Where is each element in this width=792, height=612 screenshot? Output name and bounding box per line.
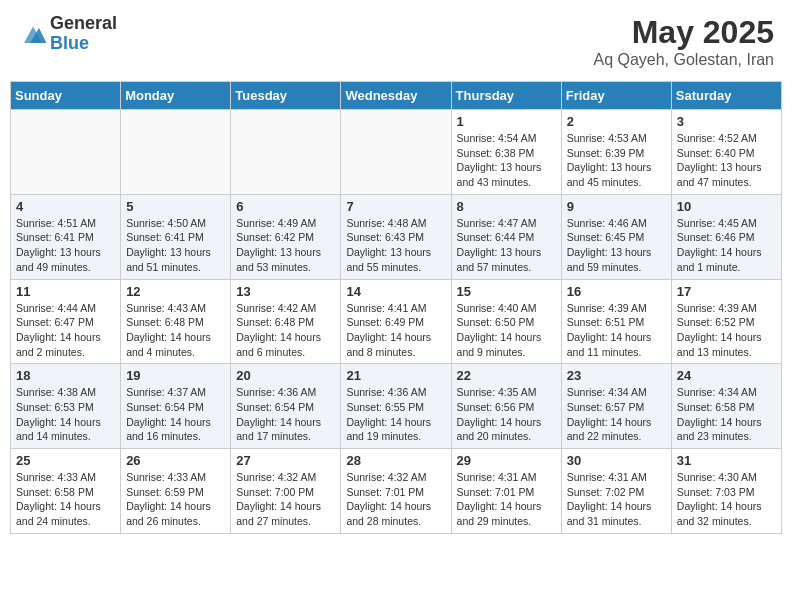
day-number: 2 bbox=[567, 114, 666, 129]
calendar-week-4: 18Sunrise: 4:38 AMSunset: 6:53 PMDayligh… bbox=[11, 364, 782, 449]
calendar-cell bbox=[341, 110, 451, 195]
day-info: Sunrise: 4:31 AMSunset: 7:02 PMDaylight:… bbox=[567, 470, 666, 529]
day-info: Sunrise: 4:45 AMSunset: 6:46 PMDaylight:… bbox=[677, 216, 776, 275]
calendar-cell: 29Sunrise: 4:31 AMSunset: 7:01 PMDayligh… bbox=[451, 449, 561, 534]
day-info: Sunrise: 4:49 AMSunset: 6:42 PMDaylight:… bbox=[236, 216, 335, 275]
day-number: 30 bbox=[567, 453, 666, 468]
calendar-cell bbox=[121, 110, 231, 195]
calendar-cell: 9Sunrise: 4:46 AMSunset: 6:45 PMDaylight… bbox=[561, 194, 671, 279]
calendar-cell: 25Sunrise: 4:33 AMSunset: 6:58 PMDayligh… bbox=[11, 449, 121, 534]
page-header: General Blue May 2025 Aq Qayeh, Golestan… bbox=[10, 10, 782, 73]
calendar-cell: 6Sunrise: 4:49 AMSunset: 6:42 PMDaylight… bbox=[231, 194, 341, 279]
calendar-cell: 15Sunrise: 4:40 AMSunset: 6:50 PMDayligh… bbox=[451, 279, 561, 364]
weekday-header-friday: Friday bbox=[561, 82, 671, 110]
day-info: Sunrise: 4:39 AMSunset: 6:51 PMDaylight:… bbox=[567, 301, 666, 360]
calendar-cell bbox=[11, 110, 121, 195]
day-info: Sunrise: 4:43 AMSunset: 6:48 PMDaylight:… bbox=[126, 301, 225, 360]
calendar-cell: 8Sunrise: 4:47 AMSunset: 6:44 PMDaylight… bbox=[451, 194, 561, 279]
calendar-cell: 22Sunrise: 4:35 AMSunset: 6:56 PMDayligh… bbox=[451, 364, 561, 449]
day-number: 27 bbox=[236, 453, 335, 468]
day-number: 22 bbox=[457, 368, 556, 383]
calendar-cell: 11Sunrise: 4:44 AMSunset: 6:47 PMDayligh… bbox=[11, 279, 121, 364]
day-info: Sunrise: 4:51 AMSunset: 6:41 PMDaylight:… bbox=[16, 216, 115, 275]
day-number: 26 bbox=[126, 453, 225, 468]
day-number: 15 bbox=[457, 284, 556, 299]
calendar-cell: 18Sunrise: 4:38 AMSunset: 6:53 PMDayligh… bbox=[11, 364, 121, 449]
day-number: 17 bbox=[677, 284, 776, 299]
day-info: Sunrise: 4:40 AMSunset: 6:50 PMDaylight:… bbox=[457, 301, 556, 360]
day-info: Sunrise: 4:41 AMSunset: 6:49 PMDaylight:… bbox=[346, 301, 445, 360]
calendar-cell: 3Sunrise: 4:52 AMSunset: 6:40 PMDaylight… bbox=[671, 110, 781, 195]
calendar-cell: 28Sunrise: 4:32 AMSunset: 7:01 PMDayligh… bbox=[341, 449, 451, 534]
day-number: 12 bbox=[126, 284, 225, 299]
calendar-table: SundayMondayTuesdayWednesdayThursdayFrid… bbox=[10, 81, 782, 534]
calendar-cell: 10Sunrise: 4:45 AMSunset: 6:46 PMDayligh… bbox=[671, 194, 781, 279]
day-number: 14 bbox=[346, 284, 445, 299]
day-number: 1 bbox=[457, 114, 556, 129]
calendar-week-1: 1Sunrise: 4:54 AMSunset: 6:38 PMDaylight… bbox=[11, 110, 782, 195]
calendar-cell: 30Sunrise: 4:31 AMSunset: 7:02 PMDayligh… bbox=[561, 449, 671, 534]
day-info: Sunrise: 4:53 AMSunset: 6:39 PMDaylight:… bbox=[567, 131, 666, 190]
day-info: Sunrise: 4:39 AMSunset: 6:52 PMDaylight:… bbox=[677, 301, 776, 360]
calendar-cell: 20Sunrise: 4:36 AMSunset: 6:54 PMDayligh… bbox=[231, 364, 341, 449]
day-number: 13 bbox=[236, 284, 335, 299]
weekday-header-tuesday: Tuesday bbox=[231, 82, 341, 110]
day-info: Sunrise: 4:50 AMSunset: 6:41 PMDaylight:… bbox=[126, 216, 225, 275]
calendar-week-3: 11Sunrise: 4:44 AMSunset: 6:47 PMDayligh… bbox=[11, 279, 782, 364]
calendar-cell: 5Sunrise: 4:50 AMSunset: 6:41 PMDaylight… bbox=[121, 194, 231, 279]
day-info: Sunrise: 4:30 AMSunset: 7:03 PMDaylight:… bbox=[677, 470, 776, 529]
calendar-cell: 17Sunrise: 4:39 AMSunset: 6:52 PMDayligh… bbox=[671, 279, 781, 364]
day-info: Sunrise: 4:35 AMSunset: 6:56 PMDaylight:… bbox=[457, 385, 556, 444]
weekday-header-row: SundayMondayTuesdayWednesdayThursdayFrid… bbox=[11, 82, 782, 110]
calendar-cell: 14Sunrise: 4:41 AMSunset: 6:49 PMDayligh… bbox=[341, 279, 451, 364]
day-number: 5 bbox=[126, 199, 225, 214]
calendar-cell: 12Sunrise: 4:43 AMSunset: 6:48 PMDayligh… bbox=[121, 279, 231, 364]
day-info: Sunrise: 4:32 AMSunset: 7:00 PMDaylight:… bbox=[236, 470, 335, 529]
day-number: 9 bbox=[567, 199, 666, 214]
title-area: May 2025 Aq Qayeh, Golestan, Iran bbox=[593, 14, 774, 69]
day-number: 23 bbox=[567, 368, 666, 383]
day-number: 21 bbox=[346, 368, 445, 383]
day-info: Sunrise: 4:34 AMSunset: 6:57 PMDaylight:… bbox=[567, 385, 666, 444]
logo: General Blue bbox=[18, 14, 117, 54]
calendar-cell: 19Sunrise: 4:37 AMSunset: 6:54 PMDayligh… bbox=[121, 364, 231, 449]
weekday-header-wednesday: Wednesday bbox=[341, 82, 451, 110]
day-number: 18 bbox=[16, 368, 115, 383]
calendar-cell bbox=[231, 110, 341, 195]
day-number: 7 bbox=[346, 199, 445, 214]
day-info: Sunrise: 4:31 AMSunset: 7:01 PMDaylight:… bbox=[457, 470, 556, 529]
calendar-cell: 7Sunrise: 4:48 AMSunset: 6:43 PMDaylight… bbox=[341, 194, 451, 279]
day-info: Sunrise: 4:47 AMSunset: 6:44 PMDaylight:… bbox=[457, 216, 556, 275]
calendar-cell: 21Sunrise: 4:36 AMSunset: 6:55 PMDayligh… bbox=[341, 364, 451, 449]
day-info: Sunrise: 4:48 AMSunset: 6:43 PMDaylight:… bbox=[346, 216, 445, 275]
logo-blue-text: Blue bbox=[50, 34, 117, 54]
day-number: 31 bbox=[677, 453, 776, 468]
day-number: 24 bbox=[677, 368, 776, 383]
day-info: Sunrise: 4:34 AMSunset: 6:58 PMDaylight:… bbox=[677, 385, 776, 444]
location-subtitle: Aq Qayeh, Golestan, Iran bbox=[593, 51, 774, 69]
day-info: Sunrise: 4:33 AMSunset: 6:59 PMDaylight:… bbox=[126, 470, 225, 529]
day-info: Sunrise: 4:38 AMSunset: 6:53 PMDaylight:… bbox=[16, 385, 115, 444]
day-number: 8 bbox=[457, 199, 556, 214]
weekday-header-monday: Monday bbox=[121, 82, 231, 110]
calendar-cell: 2Sunrise: 4:53 AMSunset: 6:39 PMDaylight… bbox=[561, 110, 671, 195]
month-title: May 2025 bbox=[593, 14, 774, 51]
calendar-cell: 1Sunrise: 4:54 AMSunset: 6:38 PMDaylight… bbox=[451, 110, 561, 195]
day-info: Sunrise: 4:37 AMSunset: 6:54 PMDaylight:… bbox=[126, 385, 225, 444]
day-number: 19 bbox=[126, 368, 225, 383]
day-number: 11 bbox=[16, 284, 115, 299]
day-number: 10 bbox=[677, 199, 776, 214]
calendar-week-2: 4Sunrise: 4:51 AMSunset: 6:41 PMDaylight… bbox=[11, 194, 782, 279]
day-info: Sunrise: 4:44 AMSunset: 6:47 PMDaylight:… bbox=[16, 301, 115, 360]
logo-general-text: General bbox=[50, 14, 117, 34]
calendar-cell: 4Sunrise: 4:51 AMSunset: 6:41 PMDaylight… bbox=[11, 194, 121, 279]
day-number: 25 bbox=[16, 453, 115, 468]
day-info: Sunrise: 4:32 AMSunset: 7:01 PMDaylight:… bbox=[346, 470, 445, 529]
day-info: Sunrise: 4:36 AMSunset: 6:54 PMDaylight:… bbox=[236, 385, 335, 444]
calendar-cell: 26Sunrise: 4:33 AMSunset: 6:59 PMDayligh… bbox=[121, 449, 231, 534]
calendar-cell: 13Sunrise: 4:42 AMSunset: 6:48 PMDayligh… bbox=[231, 279, 341, 364]
calendar-cell: 24Sunrise: 4:34 AMSunset: 6:58 PMDayligh… bbox=[671, 364, 781, 449]
day-info: Sunrise: 4:42 AMSunset: 6:48 PMDaylight:… bbox=[236, 301, 335, 360]
calendar-week-5: 25Sunrise: 4:33 AMSunset: 6:58 PMDayligh… bbox=[11, 449, 782, 534]
weekday-header-saturday: Saturday bbox=[671, 82, 781, 110]
